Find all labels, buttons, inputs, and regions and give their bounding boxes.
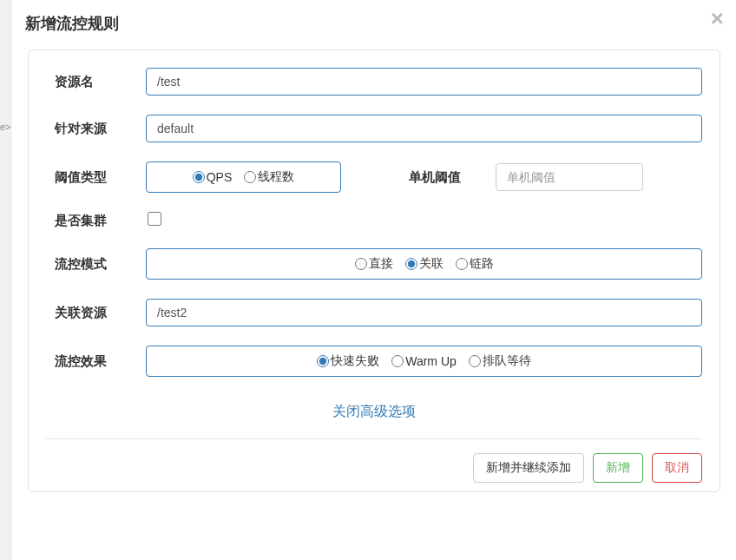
modal-body: 资源名 针对来源 阈值类型 QPS 线程数 (28, 49, 720, 492)
add-continue-button[interactable]: 新增并继续添加 (473, 453, 584, 483)
source-input[interactable] (146, 115, 702, 142)
label-resource: 资源名 (46, 74, 146, 90)
radio-threads[interactable]: 线程数 (244, 169, 294, 185)
radio-qps-label: QPS (207, 170, 233, 184)
row-related-resource: 关联资源 (46, 299, 702, 326)
label-source: 针对来源 (46, 121, 146, 137)
radio-fast-fail-input[interactable] (317, 355, 329, 367)
label-threshold-type: 阈值类型 (46, 169, 146, 186)
cancel-button[interactable]: 取消 (652, 453, 702, 483)
cluster-checkbox[interactable] (148, 212, 161, 226)
label-single-threshold: 单机阈值 (409, 169, 461, 186)
related-resource-input[interactable] (146, 299, 702, 326)
label-cluster: 是否集群 (46, 213, 146, 229)
close-advanced-link[interactable]: 关闭高级选项 (332, 404, 416, 418)
radio-relate-input[interactable] (405, 258, 417, 270)
radio-fast-fail-label: 快速失败 (331, 353, 379, 369)
resource-input[interactable] (146, 68, 702, 96)
row-source: 针对来源 (46, 115, 702, 142)
radio-relate[interactable]: 关联 (405, 256, 444, 272)
add-button[interactable]: 新增 (593, 453, 643, 483)
modal-title: 新增流控规则 (25, 13, 723, 34)
modal-header: 新增流控规则 × (12, 0, 736, 49)
row-flow-mode: 流控模式 直接 关联 链路 (46, 248, 702, 280)
single-threshold-input[interactable] (496, 163, 643, 191)
radio-fast-fail[interactable]: 快速失败 (317, 353, 379, 369)
row-cluster: 是否集群 (46, 212, 702, 229)
radio-queue-label: 排队等待 (483, 353, 531, 369)
row-flow-effect: 流控效果 快速失败 Warm Up 排队等待 (46, 346, 702, 377)
radio-direct-label: 直接 (369, 256, 393, 272)
radio-threads-input[interactable] (244, 171, 256, 183)
radio-direct-input[interactable] (355, 258, 367, 270)
radio-chain-label: 链路 (470, 256, 494, 272)
radio-qps-input[interactable] (193, 171, 205, 183)
radio-queue[interactable]: 排队等待 (469, 353, 531, 369)
modal-footer: 新增并继续添加 新增 取消 (46, 438, 702, 483)
radio-direct[interactable]: 直接 (355, 256, 393, 272)
radio-threads-label: 线程数 (258, 169, 294, 185)
row-threshold-type: 阈值类型 QPS 线程数 单机阈值 (46, 161, 702, 193)
label-flow-effect: 流控效果 (46, 353, 146, 370)
radio-relate-label: 关联 (419, 256, 444, 272)
radio-queue-input[interactable] (469, 355, 481, 367)
threshold-type-radio-group: QPS 线程数 (146, 161, 341, 193)
radio-chain[interactable]: 链路 (456, 256, 494, 272)
background-strip: e> (0, 0, 12, 560)
add-flow-rule-modal: 新增流控规则 × 资源名 针对来源 阈值类型 QPS (12, 0, 736, 560)
label-related-resource: 关联资源 (46, 305, 146, 321)
flow-effect-radio-group: 快速失败 Warm Up 排队等待 (146, 346, 702, 377)
flow-mode-radio-group: 直接 关联 链路 (146, 248, 702, 280)
radio-chain-input[interactable] (456, 258, 468, 270)
label-flow-mode: 流控模式 (46, 256, 146, 273)
radio-warm-up-label: Warm Up (405, 354, 457, 368)
close-icon[interactable]: × (711, 7, 724, 30)
radio-warm-up[interactable]: Warm Up (391, 354, 457, 368)
advanced-toggle: 关闭高级选项 (46, 403, 702, 421)
radio-qps[interactable]: QPS (193, 170, 233, 184)
radio-warm-up-input[interactable] (391, 355, 404, 367)
row-resource: 资源名 (46, 68, 702, 96)
